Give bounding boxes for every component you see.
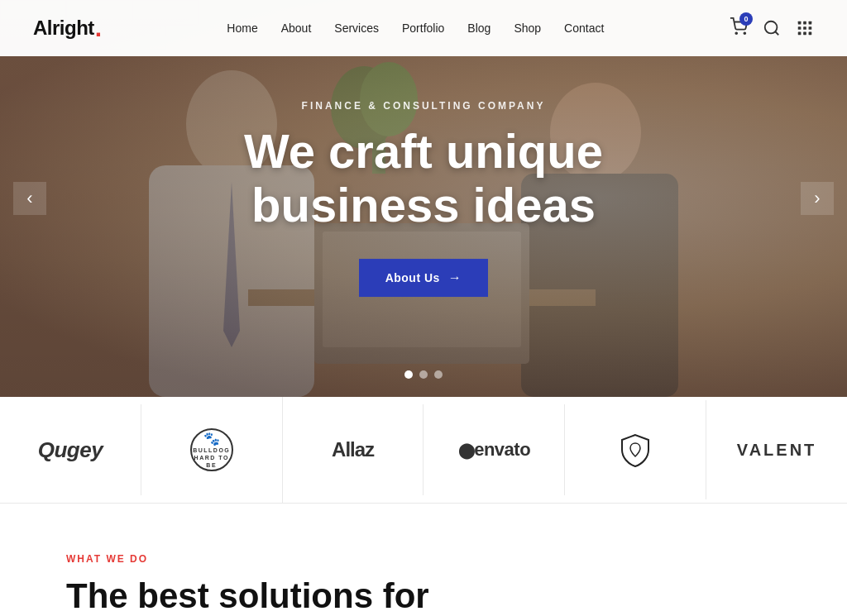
slider-dot-3[interactable]	[434, 370, 443, 379]
brand-valent: VALENT	[706, 404, 847, 495]
svg-rect-4	[803, 21, 806, 25]
svg-rect-7	[803, 26, 806, 30]
section-title: The best solutions for	[66, 576, 781, 616]
nav-icons: 0	[730, 17, 814, 39]
search-icon[interactable]	[763, 19, 781, 37]
main-nav: Home About Services Portfolio Blog Shop …	[227, 21, 604, 36]
hero-content: Finance & Consulting Company We craft un…	[142, 100, 705, 297]
hero-title-line2: business ideas	[251, 178, 596, 232]
hero-cta-button[interactable]: About Us →	[359, 259, 489, 297]
brand-allaz: Allaz	[283, 404, 424, 495]
logo-dot: .	[95, 16, 102, 41]
grid-icon[interactable]	[796, 19, 814, 37]
svg-rect-5	[809, 21, 812, 25]
qugey-logo: Qugey	[38, 439, 103, 461]
hero-subtitle: Finance & Consulting Company	[142, 100, 705, 112]
logo-text: Alright	[33, 17, 94, 40]
nav-blog[interactable]: Blog	[467, 21, 490, 35]
brand-envato: ⬤envato	[424, 404, 565, 495]
site-logo[interactable]: Alright.	[33, 16, 102, 41]
svg-rect-8	[809, 26, 812, 30]
svg-point-0	[735, 32, 737, 34]
bulldog-circle: 🐾 BULLDOGHARD TO BE	[190, 428, 233, 471]
slider-dot-1[interactable]	[404, 370, 413, 379]
envato-logo: ⬤envato	[458, 441, 530, 459]
envato-dot-icon: ⬤	[458, 442, 475, 459]
svg-rect-6	[798, 26, 802, 30]
valent-logo: VALENT	[737, 442, 817, 458]
nav-services[interactable]: Services	[334, 21, 379, 35]
svg-rect-11	[809, 32, 812, 36]
svg-point-1	[744, 32, 745, 34]
section-tag: What We Do	[66, 553, 781, 565]
cart-badge: 0	[739, 12, 753, 26]
hero-title: We craft unique business ideas	[142, 125, 705, 232]
hero-cta-label: About Us	[385, 271, 440, 284]
cart-button[interactable]: 0	[730, 17, 748, 39]
brand-shield	[565, 400, 706, 499]
shield-logo	[617, 432, 653, 468]
brands-section: Qugey 🐾 BULLDOGHARD TO BE Allaz ⬤envato …	[0, 397, 847, 504]
svg-rect-3	[798, 21, 802, 25]
chevron-right-icon: ›	[814, 188, 820, 209]
brand-qugey: Qugey	[0, 404, 141, 495]
slider-dot-2[interactable]	[419, 370, 428, 379]
shield-icon	[617, 432, 653, 468]
svg-point-2	[765, 21, 778, 34]
nav-portfolio[interactable]: Portfolio	[402, 21, 444, 35]
bulldog-face-icon: 🐾	[203, 431, 220, 446]
hero-section: Finance & Consulting Company We craft un…	[0, 0, 847, 397]
slider-prev-button[interactable]: ‹	[13, 182, 46, 215]
nav-contact[interactable]: Contact	[564, 21, 604, 35]
nav-about[interactable]: About	[281, 21, 312, 35]
svg-rect-9	[798, 32, 802, 36]
allaz-logo: Allaz	[332, 440, 374, 460]
hero-title-line1: We craft unique	[244, 124, 603, 178]
nav-home[interactable]: Home	[227, 21, 257, 35]
slider-next-button[interactable]: ›	[801, 182, 834, 215]
section-title-text: The best solutions for	[66, 576, 429, 615]
chevron-left-icon: ‹	[26, 188, 32, 209]
svg-rect-10	[803, 32, 806, 36]
hero-cta-arrow-icon: →	[448, 270, 462, 285]
brand-bulldog: 🐾 BULLDOGHARD TO BE	[141, 397, 283, 503]
what-we-do-section: What We Do The best solutions for	[0, 504, 847, 616]
slider-dots	[404, 370, 443, 379]
bulldog-logo: 🐾 BULLDOGHARD TO BE	[190, 428, 233, 471]
navbar: Alright. Home About Services Portfolio B…	[0, 0, 847, 56]
nav-shop[interactable]: Shop	[514, 21, 541, 35]
